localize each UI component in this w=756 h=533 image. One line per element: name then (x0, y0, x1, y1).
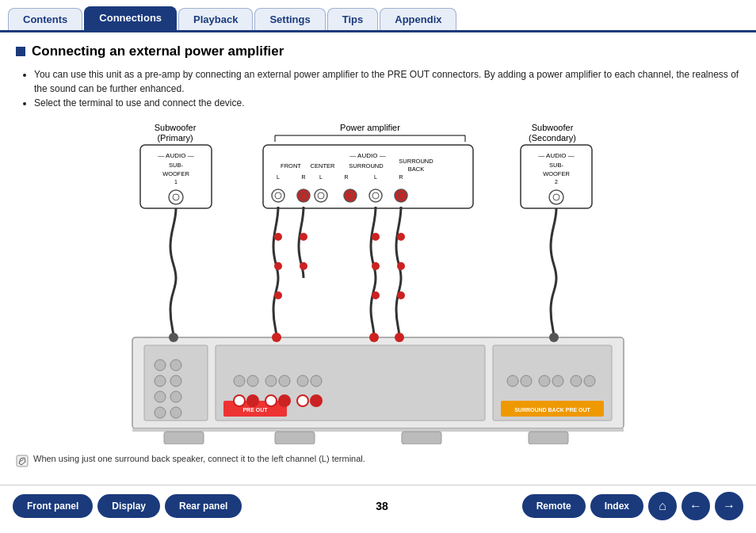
remote-button[interactable]: Remote (522, 494, 586, 518)
svg-point-47 (274, 233, 282, 241)
footer-note: When using just one surround back speake… (16, 454, 740, 467)
svg-point-49 (274, 291, 282, 299)
svg-point-56 (397, 262, 405, 270)
svg-text:CENTER: CENTER (311, 162, 335, 169)
svg-point-33 (318, 192, 324, 199)
bullet-list: You can use this unit as a pre-amp by co… (16, 67, 740, 110)
svg-point-83 (311, 395, 322, 406)
svg-text:SURROUND: SURROUND (399, 158, 433, 165)
svg-point-99 (369, 333, 379, 342)
bottom-nav-left: Front panel Display Rear panel (13, 494, 242, 518)
svg-text:SUB-: SUB- (549, 162, 563, 169)
svg-point-35 (347, 192, 353, 199)
svg-rect-92 (132, 428, 624, 432)
connection-diagram: Subwoofer (Primary) Power amplifier Subw… (101, 120, 655, 444)
section-title: Connecting an external power amplifier (16, 44, 740, 59)
svg-text:(Primary): (Primary) (157, 133, 193, 143)
svg-text:Subwoofer: Subwoofer (532, 123, 574, 132)
svg-point-90 (571, 375, 582, 386)
display-button[interactable]: Display (97, 494, 160, 518)
svg-point-53 (372, 262, 380, 270)
bullet-item-1: You can use this unit as a pre-amp by co… (34, 67, 740, 96)
tab-settings[interactable]: Settings (254, 8, 325, 30)
svg-point-78 (234, 395, 245, 406)
svg-text:WOOFER: WOOFER (162, 170, 189, 177)
svg-text:2: 2 (555, 179, 558, 185)
back-button[interactable]: ← (682, 492, 710, 520)
svg-text:(Secondary): (Secondary) (529, 133, 576, 143)
svg-point-52 (372, 233, 380, 241)
svg-point-72 (234, 375, 245, 386)
svg-point-48 (274, 262, 282, 270)
tab-contents[interactable]: Contents (8, 8, 82, 30)
svg-text:Power amplifier: Power amplifier (340, 123, 400, 132)
page-title: Connecting an external power amplifier (32, 44, 284, 59)
svg-rect-94 (275, 432, 315, 444)
svg-point-86 (507, 375, 518, 386)
tab-connections[interactable]: Connections (84, 6, 177, 30)
svg-text:R: R (344, 174, 348, 180)
svg-point-97 (169, 333, 178, 342)
svg-rect-95 (402, 432, 441, 444)
tab-playback[interactable]: Playback (178, 8, 253, 30)
svg-text:— AUDIO —: — AUDIO — (158, 152, 193, 159)
svg-text:R: R (399, 174, 403, 180)
svg-point-79 (247, 395, 258, 406)
svg-text:SUB-: SUB- (169, 162, 183, 169)
svg-point-81 (279, 395, 290, 406)
svg-point-74 (265, 375, 277, 386)
svg-point-46 (553, 194, 559, 200)
svg-point-50 (300, 233, 307, 241)
svg-point-31 (300, 192, 307, 199)
svg-text:— AUDIO —: — AUDIO — (349, 152, 385, 159)
svg-point-29 (275, 192, 281, 199)
svg-point-51 (300, 262, 307, 270)
svg-point-37 (372, 192, 379, 199)
tab-appendix[interactable]: Appendix (380, 8, 456, 30)
svg-rect-96 (529, 432, 568, 444)
svg-point-69 (170, 407, 181, 418)
svg-point-75 (279, 375, 290, 386)
svg-point-39 (398, 192, 404, 199)
svg-text:SURROUND: SURROUND (349, 162, 384, 169)
svg-rect-102 (17, 455, 28, 466)
svg-point-82 (297, 395, 308, 406)
svg-text:— AUDIO —: — AUDIO — (538, 152, 574, 159)
svg-point-80 (265, 395, 277, 406)
forward-button[interactable]: → (715, 492, 743, 520)
nav-tabs: Contents Connections Playback Settings T… (0, 0, 756, 32)
footer-note-text: When using just one surround back speake… (33, 454, 365, 463)
svg-point-65 (170, 375, 181, 386)
svg-point-73 (247, 375, 258, 386)
diagram-container: Subwoofer (Primary) Power amplifier Subw… (16, 120, 740, 444)
svg-point-67 (170, 391, 181, 402)
svg-text:R: R (301, 174, 305, 180)
svg-point-57 (397, 291, 405, 299)
index-button[interactable]: Index (590, 494, 643, 518)
svg-text:L: L (374, 174, 377, 180)
svg-point-89 (552, 375, 563, 386)
svg-point-62 (155, 360, 166, 371)
section-title-icon (16, 47, 25, 56)
svg-point-76 (297, 375, 308, 386)
svg-point-98 (272, 333, 281, 342)
home-button[interactable]: ⌂ (648, 492, 677, 520)
svg-point-63 (170, 360, 181, 371)
bullet-item-2: Select the terminal to use and connect t… (34, 96, 740, 110)
svg-text:WOOFER: WOOFER (543, 170, 570, 177)
svg-text:Subwoofer: Subwoofer (155, 123, 197, 132)
front-panel-button[interactable]: Front panel (13, 494, 93, 518)
pencil-icon (16, 455, 29, 467)
svg-text:SURROUND BACK PRE OUT: SURROUND BACK PRE OUT (514, 407, 590, 413)
svg-text:PRE OUT: PRE OUT (242, 407, 268, 413)
svg-text:BACK: BACK (408, 166, 424, 173)
svg-point-87 (521, 375, 532, 386)
svg-text:L: L (277, 174, 280, 180)
rear-panel-button[interactable]: Rear panel (165, 494, 242, 518)
svg-point-91 (584, 375, 595, 386)
svg-point-54 (372, 291, 380, 299)
svg-point-88 (539, 375, 550, 386)
svg-rect-93 (164, 432, 204, 444)
tab-tips[interactable]: Tips (327, 8, 379, 30)
svg-point-100 (395, 333, 404, 342)
